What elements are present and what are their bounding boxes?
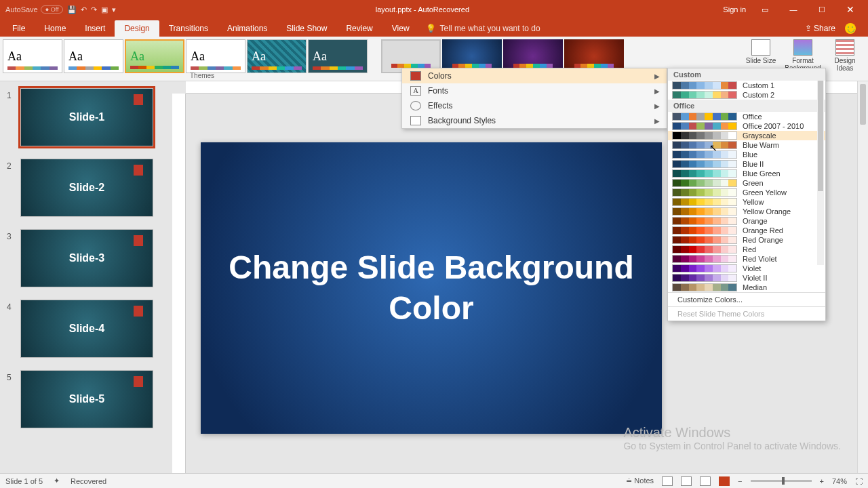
tab-view[interactable]: View <box>382 20 419 37</box>
maximize-icon[interactable]: ☐ <box>812 5 831 14</box>
flyout-section-header: Custom <box>668 68 825 81</box>
signin-link[interactable]: Sign in <box>723 5 746 14</box>
slide-size-button[interactable]: Slide Size <box>742 38 780 72</box>
color-theme-green-yellow[interactable]: Green Yellow <box>668 188 825 197</box>
slide-thumbnail[interactable]: Slide-4 <box>20 300 153 358</box>
autosave-toggle[interactable]: AutoSave ● Off <box>5 5 63 14</box>
color-theme-label: Violet <box>743 264 761 272</box>
tab-review[interactable]: Review <box>336 20 382 37</box>
color-theme-orange[interactable]: Orange <box>668 216 825 226</box>
spellcheck-icon[interactable]: ✦ <box>54 476 60 485</box>
slide-number: 1 <box>7 88 15 100</box>
color-theme-label: Blue Warm <box>743 141 779 149</box>
color-theme-blue-green[interactable]: Blue Green <box>668 169 825 178</box>
color-theme-violet[interactable]: Violet <box>668 264 825 273</box>
ribbon-display-icon[interactable]: ▭ <box>755 5 774 14</box>
tab-insert[interactable]: Insert <box>75 20 115 37</box>
zoom-slider[interactable] <box>751 480 812 482</box>
sorter-view-icon[interactable] <box>681 476 692 486</box>
color-theme-orange-red[interactable]: Orange Red <box>668 226 825 235</box>
theme-thumb[interactable]: Aa <box>186 39 245 73</box>
slide-thumbnail[interactable]: Slide-5 <box>20 370 153 428</box>
fit-to-window-icon[interactable]: ⛶ <box>855 477 863 485</box>
zoom-in-icon[interactable]: + <box>820 477 824 485</box>
color-theme-yellow-orange[interactable]: Yellow Orange <box>668 207 825 216</box>
share-button[interactable]: ⇪ Share <box>805 24 835 33</box>
vertical-scrollbar[interactable] <box>857 81 868 473</box>
slide-thumbnail[interactable]: Slide-2 <box>20 159 153 217</box>
color-theme-label: Office <box>743 113 762 121</box>
slide-counter: Slide 1 of 5 <box>5 477 43 485</box>
zoom-level[interactable]: 74% <box>832 477 847 485</box>
format-background-button[interactable]: Format Background <box>784 38 822 72</box>
windows-activation-watermark: Activate Windows Go to System in Control… <box>623 425 841 451</box>
chevron-right-icon: ▶ <box>654 102 660 110</box>
color-theme-office[interactable]: Office <box>668 112 825 121</box>
customize-colors-item[interactable]: Customize Colors... <box>668 292 825 306</box>
color-theme-label: Blue II <box>743 160 764 168</box>
minimize-icon[interactable]: — <box>784 5 803 14</box>
menu-item-effects[interactable]: Effects▶ <box>402 98 667 113</box>
theme-thumb[interactable]: Aa <box>125 39 184 73</box>
color-theme-grayscale[interactable]: Grayscale <box>668 131 825 140</box>
ruler-vertical <box>172 94 186 473</box>
zoom-out-icon[interactable]: − <box>738 477 742 485</box>
color-theme-blue-warm[interactable]: Blue Warm <box>668 140 825 150</box>
undo-icon[interactable]: ↶ <box>81 5 87 14</box>
normal-view-icon[interactable] <box>662 476 673 486</box>
slide-number: 2 <box>7 159 15 171</box>
tab-design[interactable]: Design <box>115 20 159 37</box>
tab-slide-show[interactable]: Slide Show <box>277 20 336 37</box>
color-theme-red-orange[interactable]: Red Orange <box>668 235 825 245</box>
color-theme-red[interactable]: Red <box>668 245 825 254</box>
theme-thumb[interactable]: Aa <box>247 39 307 73</box>
color-theme-label: Orange <box>743 217 768 225</box>
color-theme-blue-ii[interactable]: Blue II <box>668 159 825 169</box>
redo-icon[interactable]: ↷ <box>91 5 97 14</box>
slideshow-view-icon[interactable] <box>719 476 730 486</box>
color-theme-yellow[interactable]: Yellow <box>668 197 825 207</box>
color-theme-median[interactable]: Median <box>668 283 825 292</box>
design-ideas-button[interactable]: Design Ideas <box>826 38 864 72</box>
start-slideshow-icon[interactable]: ▣ <box>101 5 108 14</box>
window-title: layout.pptx - AutoRecovered <box>121 5 723 14</box>
reading-view-icon[interactable] <box>700 476 711 486</box>
flyout-scrollbar[interactable] <box>817 81 824 265</box>
theme-gallery[interactable]: Aa Aa Aa Aa Aa Aa <box>0 37 370 76</box>
save-icon[interactable]: 💾 <box>67 5 77 14</box>
slide-thumbnail[interactable]: Slide-1 <box>20 88 153 146</box>
close-icon[interactable]: ✕ <box>841 4 860 15</box>
menu-item-fonts[interactable]: AFonts▶ <box>402 83 667 98</box>
color-theme-blue[interactable]: Blue <box>668 150 825 159</box>
color-theme-violet-ii[interactable]: Violet II <box>668 273 825 283</box>
color-theme-custom-2[interactable]: Custom 2 <box>668 90 825 100</box>
tab-home[interactable]: Home <box>35 20 75 37</box>
color-theme-label: Office 2007 - 2010 <box>743 122 804 130</box>
qat-customize-icon[interactable]: ▾ <box>112 5 116 14</box>
tab-animations[interactable]: Animations <box>218 20 277 37</box>
theme-thumb[interactable]: Aa <box>64 39 123 73</box>
menu-item-background-styles[interactable]: Background Styles▶ <box>402 113 667 128</box>
color-theme-label: Blue <box>743 150 757 159</box>
tell-me-search[interactable]: 💡Tell me what you want to do <box>426 20 540 37</box>
color-theme-label: Custom 1 <box>743 81 774 89</box>
chevron-right-icon: ▶ <box>654 117 660 125</box>
tab-file[interactable]: File <box>3 20 35 37</box>
slide-thumbnail[interactable]: Slide-3 <box>20 229 153 287</box>
menu-item-colors[interactable]: Colors▶ <box>402 68 667 83</box>
tab-transitions[interactable]: Transitions <box>159 20 218 37</box>
color-theme-office-2007-2010[interactable]: Office 2007 - 2010 <box>668 121 825 131</box>
slide-title-text[interactable]: Change Slide Background Color <box>201 247 662 329</box>
feedback-icon[interactable] <box>845 23 856 34</box>
color-theme-red-violet[interactable]: Red Violet <box>668 254 825 264</box>
color-theme-custom-1[interactable]: Custom 1 <box>668 81 825 90</box>
theme-thumb[interactable]: Aa <box>308 39 368 73</box>
current-slide[interactable]: Change Slide Background Color <box>201 142 662 434</box>
reset-theme-colors-item: Reset Slide Theme Colors <box>668 306 825 321</box>
color-swatch <box>672 188 737 197</box>
color-theme-green[interactable]: Green <box>668 178 825 188</box>
color-theme-label: Orange Red <box>743 226 783 235</box>
color-swatch <box>672 207 737 216</box>
notes-button[interactable]: ≐ Notes <box>626 476 654 485</box>
theme-thumb[interactable]: Aa <box>3 39 62 73</box>
